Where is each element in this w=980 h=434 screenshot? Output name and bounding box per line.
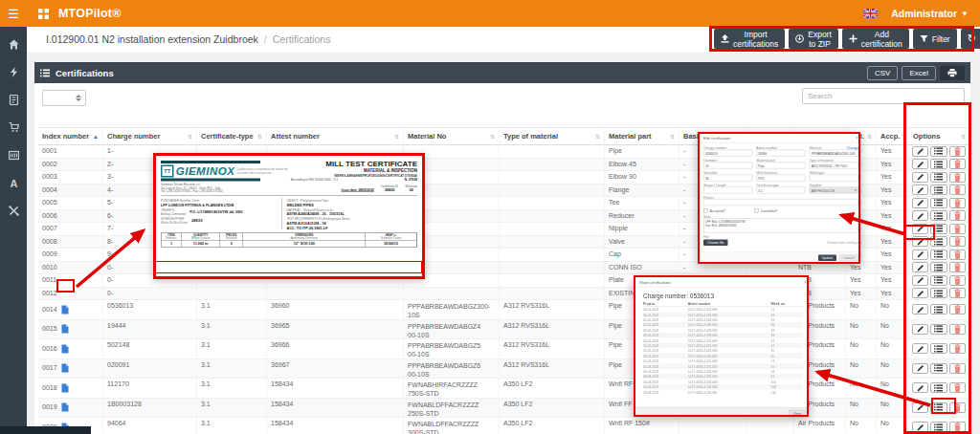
column-header-accp-[interactable]: Accp.⇅ xyxy=(877,128,909,144)
delete-button[interactable] xyxy=(949,198,966,208)
delete-button[interactable] xyxy=(949,159,966,169)
show-certifications-button[interactable] xyxy=(930,304,947,315)
show-certifications-button[interactable] xyxy=(930,184,947,195)
sidebar-item-tools[interactable] xyxy=(8,205,20,217)
show-certifications-button[interactable] xyxy=(930,324,947,335)
field-input[interactable] xyxy=(810,175,858,182)
certificate-file-icon[interactable] xyxy=(61,383,69,393)
table-row-0015[interactable]: 0015194443.136965PPPABRBEAWDABGZ4 00-10S… xyxy=(38,320,970,340)
show-certifications-button[interactable] xyxy=(930,236,947,247)
show-certifications-button[interactable] xyxy=(930,262,947,272)
change-link[interactable]: Change xyxy=(847,146,858,150)
user-menu[interactable]: Administrator xyxy=(891,8,957,19)
delete-button[interactable] xyxy=(949,146,966,157)
sidebar-item-certifications[interactable] xyxy=(8,149,20,162)
table-row-0020[interactable]: 0020940643.1158434FWNABLDFFACRZZZZ 300S-… xyxy=(38,418,970,434)
delete-button[interactable] xyxy=(949,236,966,247)
show-certifications-button[interactable] xyxy=(930,288,947,298)
field-input[interactable]: Pipe xyxy=(756,163,805,169)
column-header-material-no[interactable]: Material No⇅ xyxy=(404,128,500,144)
field-input[interactable]: PPPABRBEAWDABGZ300-10S xyxy=(810,150,858,157)
language-flag-icon[interactable] xyxy=(863,9,878,18)
edit-button[interactable] xyxy=(912,343,928,354)
export-to-zip-button[interactable]: Export to ZIP xyxy=(789,29,838,49)
column-header-type-of-material[interactable]: Type of material⇅ xyxy=(500,128,605,144)
show-certifications-button[interactable] xyxy=(930,146,947,157)
column-header-options[interactable]: Options⇅ xyxy=(909,128,970,144)
column-header-attest-number[interactable]: Attest number⇅ xyxy=(267,128,404,144)
edit-button[interactable] xyxy=(912,382,928,393)
field-input[interactable]: 36 xyxy=(703,175,752,182)
show-certifications-button[interactable] xyxy=(930,198,947,208)
table-row-0018[interactable]: 00181121703.1158434FWNABHIRFACRZZZZ 750S… xyxy=(38,379,970,399)
edit-button[interactable] xyxy=(912,198,928,208)
show-certifications-button[interactable] xyxy=(930,210,947,221)
close-icon[interactable]: × xyxy=(804,280,807,285)
page-length-select[interactable] xyxy=(42,90,86,106)
show-certifications-button[interactable] xyxy=(930,275,947,286)
show-certifications-button[interactable] xyxy=(930,363,947,374)
edit-button[interactable] xyxy=(912,146,928,157)
hamburger-menu-icon[interactable]: ☰ xyxy=(0,7,27,21)
delete-button[interactable] xyxy=(949,262,966,272)
column-header-certificate-type[interactable]: Certificate-type⇅ xyxy=(197,128,267,144)
show-certifications-button[interactable] xyxy=(930,343,947,354)
sidebar-item-home[interactable] xyxy=(8,38,20,51)
excel-export-button[interactable]: Excel xyxy=(902,66,936,80)
delete-button[interactable] xyxy=(949,275,966,286)
show-certifications-button[interactable] xyxy=(930,382,947,393)
table-row-0016[interactable]: 00165021483.136966PPPABRBEAWDABGZ5 00-10… xyxy=(38,339,970,359)
choose-file-button[interactable]: Choose file xyxy=(703,240,728,247)
edit-button[interactable] xyxy=(912,250,928,260)
supplier-select[interactable]: AIR PRODUCTS▾ xyxy=(810,187,858,194)
add-certification-button[interactable]: Add certification xyxy=(842,29,909,49)
note-textarea[interactable]: LFF Mat. L/17488/14016/TW Invc Ref. 4692… xyxy=(703,219,858,233)
cancel-button[interactable]: Cancel xyxy=(839,255,858,262)
certificate-file-icon[interactable] xyxy=(61,363,69,373)
delete-button[interactable] xyxy=(949,324,966,335)
delete-button[interactable] xyxy=(949,304,966,315)
controlled-checkbox[interactable]: Controlled? xyxy=(754,208,777,213)
edit-button[interactable] xyxy=(912,275,928,286)
column-header-material-part[interactable]: Material part⇅ xyxy=(605,128,679,144)
delete-button[interactable] xyxy=(949,288,966,298)
certificate-file-icon[interactable] xyxy=(61,324,69,334)
sidebar-item-purchases[interactable] xyxy=(8,121,20,134)
app-grid-icon[interactable] xyxy=(38,9,49,19)
close-icon[interactable]: × xyxy=(856,136,858,141)
close-button[interactable]: Close xyxy=(789,410,806,417)
edit-button[interactable] xyxy=(912,172,928,183)
edit-button[interactable] xyxy=(912,363,928,374)
delete-button[interactable] xyxy=(949,382,966,393)
field-input[interactable]: STD xyxy=(756,175,805,182)
edit-button[interactable] xyxy=(912,304,928,315)
delete-button[interactable] xyxy=(949,422,966,432)
edit-button[interactable] xyxy=(912,324,928,335)
table-row-0014[interactable]: 001405360133.136960PPPABRBEAWDABGZ300-10… xyxy=(38,300,970,320)
edit-button[interactable] xyxy=(912,422,928,432)
field-input[interactable] xyxy=(703,187,752,194)
show-certifications-button[interactable] xyxy=(930,402,947,413)
project-input[interactable] xyxy=(703,199,858,206)
certificate-file-icon[interactable] xyxy=(61,305,69,315)
search-input[interactable] xyxy=(802,88,965,104)
show-certifications-button[interactable] xyxy=(930,422,947,432)
field-input[interactable]: 0536013 xyxy=(703,150,752,157)
show-certifications-button[interactable] xyxy=(930,250,947,260)
show-certifications-button[interactable] xyxy=(930,159,947,169)
edit-button[interactable] xyxy=(912,159,928,169)
show-certifications-button[interactable] xyxy=(930,172,947,183)
table-row-0012[interactable]: 00120-EXISTING-NTBYesYes xyxy=(38,288,970,301)
delete-button[interactable] xyxy=(949,210,966,221)
edit-button[interactable] xyxy=(912,184,928,195)
filter-button[interactable]: Filter xyxy=(913,29,957,49)
edit-button[interactable] xyxy=(912,402,928,413)
field-input[interactable]: A312 RVS316L - RF 750# xyxy=(810,163,858,169)
delete-button[interactable] xyxy=(949,402,966,413)
certificate-file-icon[interactable] xyxy=(61,402,69,412)
edit-button[interactable] xyxy=(912,236,928,247)
sidebar-item-ledger[interactable] xyxy=(8,94,20,106)
delete-button[interactable] xyxy=(949,224,966,234)
table-row-0019[interactable]: 00191B00031283.1158434FWNABLDFFACRZZZZ 2… xyxy=(38,399,970,419)
delete-button[interactable] xyxy=(949,363,966,374)
